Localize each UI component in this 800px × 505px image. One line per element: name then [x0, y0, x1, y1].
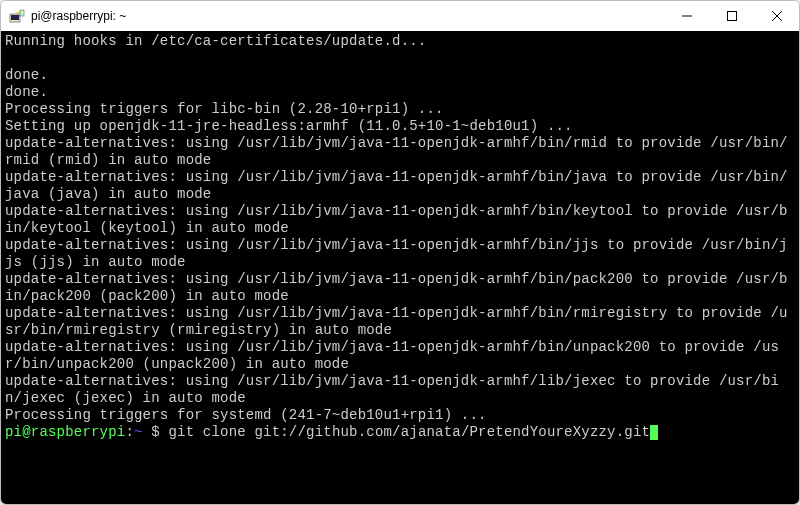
terminal-output-area[interactable]: Running hooks in /etc/ca-certificates/up… [1, 31, 799, 504]
prompt-symbol: $ [143, 424, 169, 440]
putty-icon [9, 8, 25, 24]
command-input[interactable]: git clone git://github.com/ajanata/Prete… [168, 424, 650, 440]
svg-rect-5 [727, 12, 736, 21]
prompt-user-host: pi@raspberrypi [5, 424, 125, 440]
terminal-line: done. [5, 84, 795, 101]
terminal-line: update-alternatives: using /usr/lib/jvm/… [5, 339, 795, 373]
terminal-line: update-alternatives: using /usr/lib/jvm/… [5, 169, 795, 203]
minimize-button[interactable] [664, 1, 709, 31]
maximize-button[interactable] [709, 1, 754, 31]
svg-rect-1 [11, 15, 19, 20]
terminal-line: Running hooks in /etc/ca-certificates/up… [5, 33, 795, 50]
window-controls [664, 1, 799, 31]
terminal-line: update-alternatives: using /usr/lib/jvm/… [5, 271, 795, 305]
terminal-line: update-alternatives: using /usr/lib/jvm/… [5, 203, 795, 237]
terminal-line: update-alternatives: using /usr/lib/jvm/… [5, 135, 795, 169]
terminal-line [5, 50, 795, 67]
close-button[interactable] [754, 1, 799, 31]
terminal-line: Setting up openjdk-11-jre-headless:armhf… [5, 118, 795, 135]
terminal-line: done. [5, 67, 795, 84]
terminal-window: pi@raspberrypi: ~ Running hooks in /etc/… [0, 0, 800, 505]
terminal-line: Processing triggers for libc-bin (2.28-1… [5, 101, 795, 118]
terminal-prompt-line[interactable]: pi@raspberrypi:~ $ git clone git://githu… [5, 424, 795, 441]
prompt-separator: : [125, 424, 134, 440]
prompt-path: ~ [134, 424, 143, 440]
window-title: pi@raspberrypi: ~ [31, 9, 664, 23]
terminal-line: update-alternatives: using /usr/lib/jvm/… [5, 373, 795, 407]
terminal-line: update-alternatives: using /usr/lib/jvm/… [5, 305, 795, 339]
terminal-line: Processing triggers for systemd (241-7~d… [5, 407, 795, 424]
cursor [650, 425, 658, 440]
titlebar[interactable]: pi@raspberrypi: ~ [1, 1, 799, 31]
terminal-line: update-alternatives: using /usr/lib/jvm/… [5, 237, 795, 271]
